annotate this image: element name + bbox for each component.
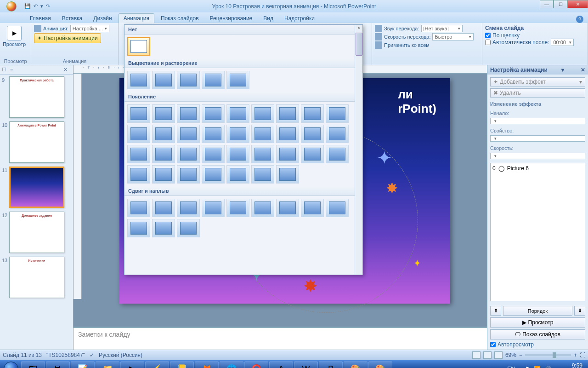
tab-review[interactable]: Рецензирование — [205, 14, 257, 23]
transition-gallery-item[interactable] — [276, 145, 299, 163]
transition-gallery-item[interactable] — [127, 125, 150, 143]
transition-gallery-item[interactable] — [202, 145, 225, 163]
transition-gallery-item[interactable] — [202, 71, 225, 89]
task-item[interactable]: A — [269, 361, 293, 368]
tray-clock[interactable]: 9:59 18.08.2014 — [555, 363, 582, 368]
transition-gallery-item[interactable] — [177, 104, 200, 123]
transition-gallery-item[interactable] — [152, 199, 175, 217]
fit-button[interactable]: ⛶ — [580, 352, 585, 358]
transition-gallery-item[interactable] — [127, 104, 150, 123]
reorder-up-button[interactable]: ⬆ — [490, 306, 501, 316]
transition-gallery-item[interactable] — [301, 199, 324, 217]
tab-view[interactable]: Вид — [259, 14, 278, 23]
transition-gallery-item[interactable] — [251, 125, 274, 143]
transition-gallery-item[interactable] — [177, 165, 200, 184]
task-item[interactable]: 🦊 — [195, 361, 219, 368]
status-language[interactable]: Русский (Россия) — [99, 352, 142, 358]
transition-gallery-item[interactable] — [127, 145, 150, 163]
notes-pane[interactable]: Заметки к слайду — [74, 327, 487, 350]
transition-gallery-item[interactable] — [127, 37, 150, 56]
task-item[interactable]: 🖩 — [46, 361, 70, 368]
slide-thumbnail-row[interactable]: 12Домашнее задание — [2, 212, 71, 253]
outline-tab-icon[interactable]: ≡ — [10, 67, 13, 73]
transition-gallery-item[interactable] — [251, 145, 274, 163]
transition-gallery-item[interactable] — [177, 125, 200, 143]
transition-gallery-item[interactable] — [127, 165, 150, 184]
pane-slideshow-button[interactable]: 🖵Показ слайдов — [490, 329, 585, 339]
task-item[interactable]: ⚡ — [145, 361, 169, 368]
tab-home[interactable]: Главная — [25, 14, 56, 23]
transition-gallery-item[interactable] — [202, 104, 225, 123]
transition-gallery-item[interactable] — [326, 145, 349, 163]
close-pane-icon[interactable]: ✕ — [63, 67, 68, 73]
transition-gallery-item[interactable] — [127, 71, 150, 89]
auto-after-time[interactable]: 00:00 — [551, 39, 574, 46]
view-sorter-button[interactable] — [483, 351, 492, 359]
transition-gallery-item[interactable] — [276, 165, 299, 184]
transition-gallery-item[interactable] — [226, 104, 249, 123]
transition-gallery-item[interactable] — [251, 165, 274, 184]
task-item[interactable]: 🌐 — [220, 361, 243, 368]
apply-all-button[interactable]: Применить ко всем — [384, 42, 430, 48]
custom-animation-button[interactable]: ✦ Настройка анимации — [34, 33, 101, 43]
slide-thumbnail-row[interactable]: 10Анимация в Power Point — [2, 121, 71, 163]
on-click-checkbox[interactable]: По щелчку — [485, 32, 585, 39]
transition-gallery-item[interactable] — [226, 125, 249, 143]
minimize-button[interactable]: — — [540, 0, 554, 8]
qat-undo[interactable]: ↶ — [34, 3, 38, 9]
qat-save[interactable]: 💾 — [24, 3, 31, 9]
start-button[interactable] — [2, 360, 20, 368]
transition-gallery-item[interactable] — [326, 125, 349, 143]
task-item[interactable]: 🎨 — [368, 361, 392, 368]
transition-gallery-item[interactable] — [326, 199, 349, 217]
slide-thumbnail-row[interactable]: 13Источники — [2, 257, 71, 298]
autopreview-checkbox[interactable]: Автопросмотр — [490, 341, 585, 348]
slide-thumbnail-row[interactable]: 11✦ — [2, 167, 71, 208]
transition-gallery-item[interactable] — [177, 71, 200, 89]
qat-redo[interactable]: ↷ — [46, 3, 50, 9]
tab-insert[interactable]: Вставка — [57, 14, 87, 23]
transition-gallery-item[interactable] — [202, 165, 225, 184]
transition-gallery-item[interactable] — [127, 219, 150, 237]
transition-gallery-item[interactable] — [301, 145, 324, 163]
transition-gallery-item[interactable] — [152, 165, 175, 184]
tab-slideshow[interactable]: Показ слайдов — [156, 14, 204, 23]
help-icon[interactable]: ? — [576, 16, 583, 23]
reorder-down-button[interactable]: ⬇ — [574, 306, 585, 316]
speed-combo[interactable] — [490, 153, 585, 159]
tab-design[interactable]: Дизайн — [89, 14, 116, 23]
transition-gallery-item[interactable] — [202, 199, 225, 217]
task-item[interactable]: 🗔 — [21, 361, 45, 368]
remove-effect-button[interactable]: ✖ Удалить — [490, 88, 585, 98]
start-combo[interactable] — [490, 118, 585, 124]
transition-gallery-item[interactable] — [152, 104, 175, 123]
transition-gallery-item[interactable] — [276, 125, 299, 143]
task-item[interactable]: ▶ — [120, 361, 144, 368]
property-combo[interactable] — [490, 135, 585, 142]
transition-gallery-item[interactable] — [177, 219, 200, 237]
view-normal-button[interactable] — [472, 351, 481, 359]
animation-combo[interactable]: Настройка ... — [70, 25, 109, 32]
zoom-out-button[interactable]: − — [519, 352, 522, 358]
tray-network-icon[interactable]: 📶 — [534, 366, 541, 368]
task-item[interactable]: P — [319, 361, 343, 368]
list-item[interactable]: 0 ◯ Picture 6 — [492, 164, 584, 172]
view-slideshow-button[interactable] — [494, 351, 503, 359]
transition-gallery-item[interactable] — [152, 145, 175, 163]
transition-gallery-item[interactable] — [226, 145, 249, 163]
task-item[interactable]: ⭕ — [244, 361, 268, 368]
transition-gallery-item[interactable] — [226, 165, 249, 184]
transition-gallery-item[interactable] — [127, 199, 150, 217]
transition-gallery-item[interactable] — [177, 199, 200, 217]
zoom-percent[interactable]: 69% — [505, 352, 516, 358]
task-item[interactable]: W — [294, 361, 318, 368]
slide-thumbnail-row[interactable]: 9Практическая работа — [2, 76, 71, 118]
transition-gallery-item[interactable] — [177, 145, 200, 163]
qat-more[interactable]: ▾ — [40, 3, 43, 9]
gallery-scrollbar[interactable]: ▴ — [355, 25, 362, 275]
trans-speed-combo[interactable]: Быстро — [432, 33, 474, 40]
transition-gallery-item[interactable] — [301, 104, 324, 123]
transition-gallery-item[interactable] — [251, 104, 274, 123]
transition-gallery-item[interactable] — [276, 199, 299, 217]
zoom-slider[interactable] — [525, 354, 571, 356]
